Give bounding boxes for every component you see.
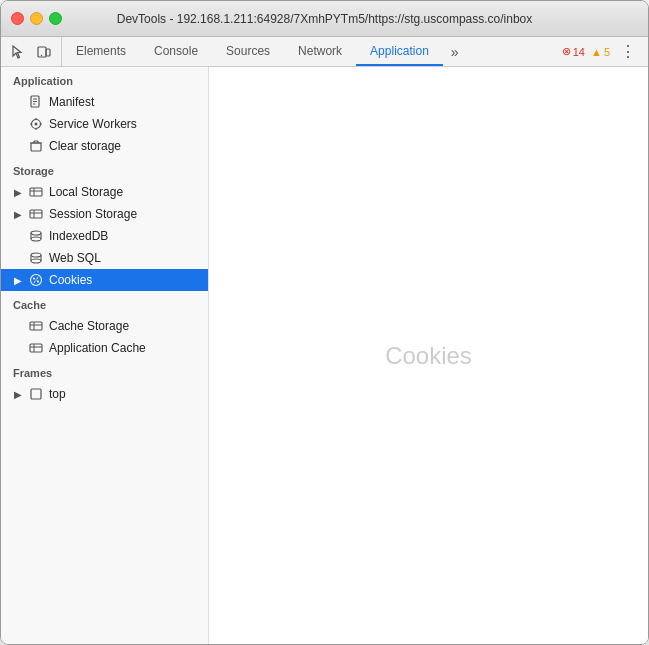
sidebar-item-application-cache[interactable]: Application Cache <box>1 337 208 359</box>
traffic-lights <box>11 12 62 25</box>
svg-point-24 <box>31 231 41 235</box>
window-frame: DevTools - 192.168.1.211:64928/7XmhPYTm5… <box>0 0 649 645</box>
expand-local-storage-arrow: ▶ <box>13 187 23 197</box>
maximize-button[interactable] <box>49 12 62 25</box>
more-options-button[interactable]: ⋮ <box>616 42 640 61</box>
local-storage-icon <box>29 185 43 199</box>
svg-point-8 <box>35 123 38 126</box>
application-cache-label: Application Cache <box>49 341 146 355</box>
expand-cookies-arrow: ▶ <box>13 275 23 285</box>
device-icon[interactable] <box>33 41 55 63</box>
application-cache-icon <box>29 341 43 355</box>
error-badge: ⊗ 14 <box>562 45 585 58</box>
sidebar-item-clear-storage[interactable]: Clear storage <box>1 135 208 157</box>
svg-rect-44 <box>31 389 41 399</box>
session-storage-icon <box>29 207 43 221</box>
section-header-cache: Cache <box>1 291 208 315</box>
section-header-storage: Storage <box>1 157 208 181</box>
tab-console[interactable]: Console <box>140 37 212 66</box>
devtools-tabs: Elements Console Sources Network Applica… <box>62 37 554 66</box>
main-panel: Cookies <box>209 67 648 644</box>
section-header-frames: Frames <box>1 359 208 383</box>
svg-point-35 <box>34 281 36 283</box>
close-button[interactable] <box>11 12 24 25</box>
title-bar: DevTools - 192.168.1.211:64928/7XmhPYTm5… <box>1 1 648 37</box>
minimize-button[interactable] <box>30 12 43 25</box>
svg-rect-1 <box>46 49 50 56</box>
sidebar-item-local-storage[interactable]: ▶ Local Storage <box>1 181 208 203</box>
warn-icon: ▲ <box>591 46 602 58</box>
service-workers-label: Service Workers <box>49 117 137 131</box>
clear-storage-label: Clear storage <box>49 139 121 153</box>
expand-top-arrow: ▶ <box>13 389 23 399</box>
tab-network[interactable]: Network <box>284 37 356 66</box>
sidebar-item-cookies[interactable]: ▶ Cookies <box>1 269 208 291</box>
tab-overflow[interactable]: » <box>443 37 467 66</box>
cookies-label: Cookies <box>49 273 92 287</box>
sidebar-item-session-storage[interactable]: ▶ Session Storage <box>1 203 208 225</box>
websql-label: Web SQL <box>49 251 101 265</box>
frame-icon <box>29 387 43 401</box>
sidebar-item-indexeddb[interactable]: IndexedDB <box>1 225 208 247</box>
svg-point-37 <box>35 279 36 280</box>
clear-storage-icon <box>29 139 43 153</box>
manifest-icon <box>29 95 43 109</box>
cookies-icon <box>29 273 43 287</box>
svg-rect-38 <box>30 322 42 330</box>
session-storage-label: Session Storage <box>49 207 137 221</box>
section-header-application: Application <box>1 67 208 91</box>
svg-rect-21 <box>30 210 42 218</box>
manifest-label: Manifest <box>49 95 94 109</box>
svg-point-27 <box>31 237 41 241</box>
local-storage-label: Local Storage <box>49 185 123 199</box>
cache-storage-icon <box>29 319 43 333</box>
tab-application[interactable]: Application <box>356 37 443 66</box>
error-icon: ⊗ <box>562 45 571 58</box>
sidebar: Application Manifest <box>1 67 209 644</box>
sidebar-item-manifest[interactable]: Manifest <box>1 91 208 113</box>
expand-session-storage-arrow: ▶ <box>13 209 23 219</box>
websql-icon <box>29 251 43 265</box>
window-title: DevTools - 192.168.1.211:64928/7XmhPYTm5… <box>117 12 533 26</box>
devtools-toolbar: Elements Console Sources Network Applica… <box>1 37 648 67</box>
service-workers-icon <box>29 117 43 131</box>
sidebar-item-cache-storage[interactable]: Cache Storage <box>1 315 208 337</box>
top-label: top <box>49 387 66 401</box>
main-placeholder-text: Cookies <box>385 342 472 370</box>
inspect-icon[interactable] <box>7 41 29 63</box>
tab-sources[interactable]: Sources <box>212 37 284 66</box>
sidebar-item-websql[interactable]: Web SQL <box>1 247 208 269</box>
svg-rect-41 <box>30 344 42 352</box>
indexeddb-icon <box>29 229 43 243</box>
cache-storage-label: Cache Storage <box>49 319 129 333</box>
svg-point-31 <box>31 259 41 263</box>
sidebar-item-top[interactable]: ▶ top <box>1 383 208 405</box>
warn-badge: ▲ 5 <box>591 46 610 58</box>
error-count: 14 <box>573 46 585 58</box>
nav-icons <box>1 37 62 66</box>
svg-rect-18 <box>30 188 42 196</box>
devtools-body: Application Manifest <box>1 67 648 644</box>
svg-point-33 <box>33 278 35 280</box>
svg-point-34 <box>37 277 39 279</box>
svg-point-28 <box>31 253 41 257</box>
sidebar-item-service-workers[interactable]: Service Workers <box>1 113 208 135</box>
svg-rect-13 <box>31 143 41 151</box>
warn-count: 5 <box>604 46 610 58</box>
devtools-right-controls: ⊗ 14 ▲ 5 ⋮ <box>554 37 648 66</box>
svg-point-36 <box>37 281 39 283</box>
tab-elements[interactable]: Elements <box>62 37 140 66</box>
indexeddb-label: IndexedDB <box>49 229 108 243</box>
